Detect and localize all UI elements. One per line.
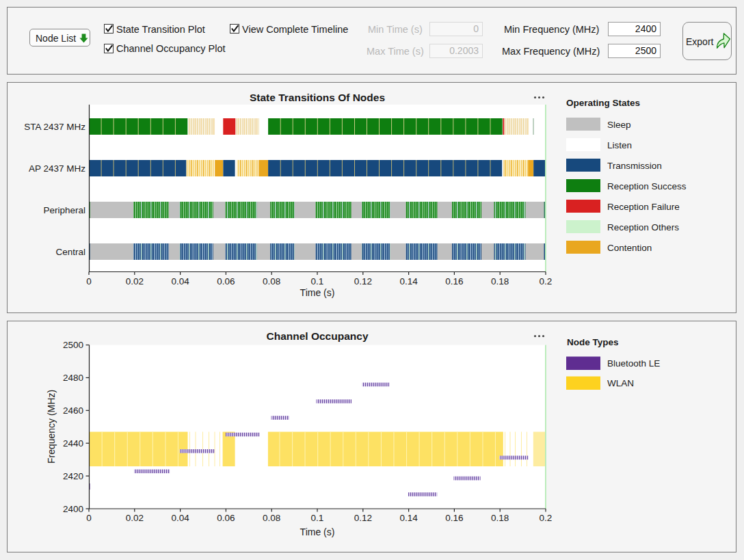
svg-text:2400: 2400	[63, 504, 83, 514]
svg-text:0.08: 0.08	[263, 276, 280, 286]
svg-text:Contention: Contention	[607, 243, 652, 253]
svg-text:Reception Failure: Reception Failure	[607, 202, 680, 212]
svg-text:0.14: 0.14	[399, 513, 418, 523]
svg-text:0: 0	[86, 513, 92, 523]
svg-text:Central: Central	[55, 247, 85, 257]
svg-text:Frequency (MHz): Frequency (MHz)	[46, 390, 57, 464]
svg-text:2460: 2460	[63, 405, 83, 416]
svg-text:2500: 2500	[63, 340, 83, 350]
svg-text:0.14: 0.14	[399, 276, 418, 286]
svg-text:2480: 2480	[63, 373, 83, 383]
svg-text:0.16: 0.16	[445, 513, 463, 523]
svg-text:AP 2437 MHz: AP 2437 MHz	[29, 163, 85, 174]
svg-text:Listen: Listen	[607, 140, 632, 150]
svg-text:Channel Occupancy: Channel Occupancy	[266, 330, 368, 342]
svg-text:Node Types: Node Types	[567, 337, 619, 347]
svg-text:Time (s): Time (s)	[300, 287, 335, 298]
svg-text:0: 0	[86, 276, 92, 286]
svg-text:0.2: 0.2	[540, 513, 553, 523]
svg-text:0.06: 0.06	[217, 513, 235, 523]
svg-text:0.12: 0.12	[354, 513, 372, 523]
svg-text:0.02: 0.02	[126, 276, 144, 286]
svg-text:0.08: 0.08	[263, 513, 280, 523]
svg-text:2420: 2420	[63, 471, 83, 481]
svg-text:0.12: 0.12	[354, 276, 372, 286]
svg-text:0.1: 0.1	[311, 513, 324, 523]
svg-text:Reception Others: Reception Others	[607, 222, 679, 232]
svg-text:STA 2437 MHz: STA 2437 MHz	[24, 122, 85, 132]
svg-text:0.16: 0.16	[445, 276, 463, 286]
svg-text:0.1: 0.1	[311, 276, 324, 286]
svg-text:Bluetooth LE: Bluetooth LE	[607, 358, 660, 369]
svg-text:Reception Success: Reception Success	[607, 181, 687, 191]
svg-text:0.18: 0.18	[491, 276, 509, 286]
svg-text:0.18: 0.18	[491, 513, 509, 523]
svg-text:Time (s): Time (s)	[300, 526, 335, 537]
svg-text:0.04: 0.04	[171, 513, 189, 523]
svg-text:2440: 2440	[63, 438, 83, 449]
svg-text:State Transitions Of Nodes: State Transitions Of Nodes	[250, 92, 385, 103]
svg-text:Operating States: Operating States	[566, 98, 640, 108]
svg-text:Transmission: Transmission	[607, 161, 662, 171]
svg-text:Sleep: Sleep	[607, 120, 631, 130]
svg-text:WLAN: WLAN	[607, 378, 634, 388]
svg-text:0.02: 0.02	[126, 513, 144, 523]
svg-text:0.2: 0.2	[540, 276, 553, 286]
svg-text:Peripheral: Peripheral	[43, 205, 85, 215]
svg-text:0.04: 0.04	[171, 276, 189, 286]
svg-text:0.06: 0.06	[217, 276, 235, 286]
